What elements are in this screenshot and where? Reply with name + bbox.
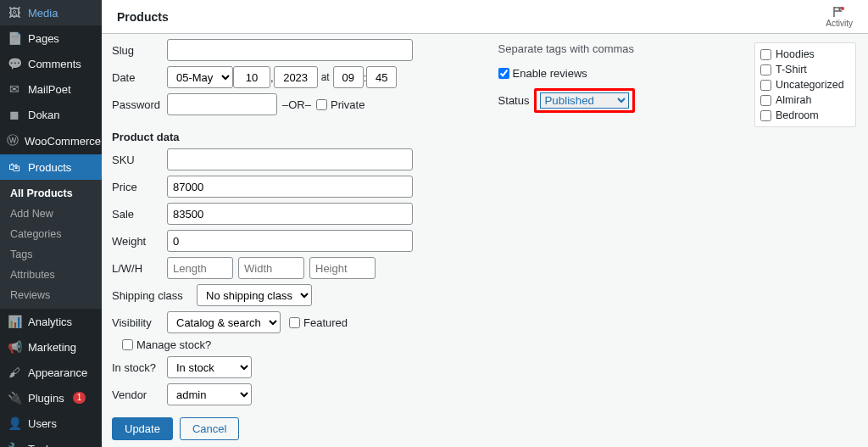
sidebar-item-label: Appearance: [28, 366, 87, 379]
private-checkbox[interactable]: Private: [316, 98, 364, 111]
sidebar-item-label: Comments: [28, 58, 81, 70]
sidebar-item-plugins[interactable]: 🔌 Plugins 1: [0, 385, 102, 411]
height-input[interactable]: [309, 257, 376, 279]
sidebar-item-woocommerce[interactable]: ⓦ WooCommerce: [0, 127, 102, 154]
submenu-products: All Products Add New Categories Tags Att…: [0, 180, 102, 309]
password-label: Password: [112, 98, 167, 111]
sale-label: Sale: [112, 208, 167, 221]
sidebar-item-dokan[interactable]: ◼ Dokan: [0, 102, 102, 127]
dokan-icon: ◼: [7, 108, 22, 121]
mail-icon: ✉: [7, 82, 22, 96]
featured-checkbox-input[interactable]: [289, 317, 300, 328]
product-data-title: Product data: [112, 131, 490, 143]
sidebar-item-label: Marketing: [28, 341, 76, 354]
sidebar-item-users[interactable]: 👤 Users: [0, 411, 102, 436]
appearance-icon: 🖌: [7, 366, 22, 379]
status-label: Status: [498, 94, 530, 107]
visibility-label: Visibility: [112, 316, 167, 329]
quick-edit-left: Slug Date 05-May , at : Password: [112, 34, 490, 447]
enable-reviews-input[interactable]: [498, 68, 509, 79]
quick-edit-panel: Slug Date 05-May , at : Password: [102, 34, 868, 447]
lwh-label: L/W/H: [112, 262, 167, 275]
manage-stock-checkbox[interactable]: Manage stock?: [122, 338, 211, 351]
woo-icon: ⓦ: [7, 133, 19, 148]
sku-label: SKU: [112, 154, 167, 166]
enable-reviews-label: Enable reviews: [513, 67, 587, 80]
sidebar-item-marketing[interactable]: 📢 Marketing: [0, 334, 102, 360]
products-icon: 🛍: [7, 160, 22, 174]
sidebar-item-products[interactable]: 🛍 Products: [0, 154, 102, 180]
sidebar-item-appearance[interactable]: 🖌 Appearance: [0, 360, 102, 385]
width-input[interactable]: [238, 257, 304, 279]
cat-almirah[interactable]: Almirah: [760, 92, 850, 108]
subitem-reviews[interactable]: Reviews: [0, 285, 102, 305]
svg-point-0: [841, 7, 844, 10]
media-icon: 🖼: [7, 6, 22, 20]
manage-stock-label: Manage stock?: [136, 338, 211, 351]
price-input[interactable]: [167, 176, 413, 198]
update-button[interactable]: Update: [112, 417, 173, 440]
private-label: Private: [331, 98, 364, 111]
subitem-tags[interactable]: Tags: [0, 244, 102, 265]
minute-input[interactable]: [366, 66, 397, 88]
highlight-status-box: Published: [534, 88, 635, 113]
activity-label: Activity: [826, 19, 853, 28]
category-list: Hoodies T-Shirt Uncategorized Almirah Be…: [754, 42, 856, 127]
password-input[interactable]: [167, 93, 277, 115]
shipclass-label: Shipping class: [112, 289, 197, 302]
vendor-label: Vendor: [112, 388, 167, 401]
tools-icon: 🔧: [7, 442, 22, 447]
price-label: Price: [112, 181, 167, 193]
quick-edit-right: Separate tags with commas Enable reviews…: [498, 34, 858, 447]
cancel-button[interactable]: Cancel: [180, 417, 239, 440]
sidebar-item-label: WooCommerce: [25, 135, 101, 148]
cat-hoodies[interactable]: Hoodies: [760, 47, 850, 62]
year-input[interactable]: [274, 66, 318, 88]
users-icon: 👤: [7, 416, 22, 430]
page-header: Products Activity: [102, 0, 868, 34]
pages-icon: 📄: [7, 31, 22, 45]
hour-input[interactable]: [333, 66, 364, 88]
month-select[interactable]: 05-May: [167, 66, 233, 88]
instock-select[interactable]: In stock: [167, 356, 252, 378]
cat-tshirt[interactable]: T-Shirt: [760, 62, 850, 77]
analytics-icon: 📊: [7, 315, 22, 328]
subitem-categories[interactable]: Categories: [0, 224, 102, 244]
visibility-select[interactable]: Catalog & search: [167, 311, 281, 333]
activity-button[interactable]: Activity: [826, 6, 853, 28]
subitem-add-new[interactable]: Add New: [0, 204, 102, 224]
subitem-all-products[interactable]: All Products: [0, 183, 102, 204]
weight-input[interactable]: [167, 230, 413, 252]
sidebar-item-mailpoet[interactable]: ✉ MailPoet: [0, 76, 102, 102]
sidebar-item-label: Media: [28, 7, 58, 20]
day-input[interactable]: [233, 66, 270, 88]
cat-bedroom[interactable]: Bedroom: [760, 108, 850, 123]
page-title: Products: [117, 10, 169, 24]
sidebar-item-analytics[interactable]: 📊 Analytics: [0, 309, 102, 334]
sidebar-item-comments[interactable]: 💬 Comments: [0, 51, 102, 76]
sidebar-item-label: Products: [28, 161, 71, 174]
slug-input[interactable]: [167, 39, 413, 61]
manage-stock-input[interactable]: [122, 339, 133, 350]
featured-label: Featured: [303, 316, 348, 329]
sale-input[interactable]: [167, 203, 413, 225]
featured-checkbox[interactable]: Featured: [289, 316, 348, 329]
private-checkbox-input[interactable]: [316, 99, 327, 110]
cat-uncategorized[interactable]: Uncategorized: [760, 77, 850, 92]
subitem-attributes[interactable]: Attributes: [0, 265, 102, 285]
sidebar-item-label: Pages: [28, 32, 59, 45]
plugins-icon: 🔌: [7, 391, 22, 405]
sidebar-item-pages[interactable]: 📄 Pages: [0, 25, 102, 51]
sku-input[interactable]: [167, 148, 413, 170]
marketing-icon: 📢: [7, 340, 22, 354]
sidebar-item-tools[interactable]: 🔧 Tools: [0, 436, 102, 447]
sidebar-item-label: Tools: [28, 443, 53, 448]
length-input[interactable]: [167, 257, 233, 279]
vendor-select[interactable]: admin: [167, 383, 252, 405]
slug-label: Slug: [112, 44, 167, 57]
status-select[interactable]: Published: [540, 92, 629, 109]
shipclass-select[interactable]: No shipping class: [197, 284, 312, 306]
sidebar-item-media[interactable]: 🖼 Media: [0, 0, 102, 25]
sidebar-item-label: Dokan: [28, 109, 60, 121]
at-text: at: [321, 71, 330, 83]
